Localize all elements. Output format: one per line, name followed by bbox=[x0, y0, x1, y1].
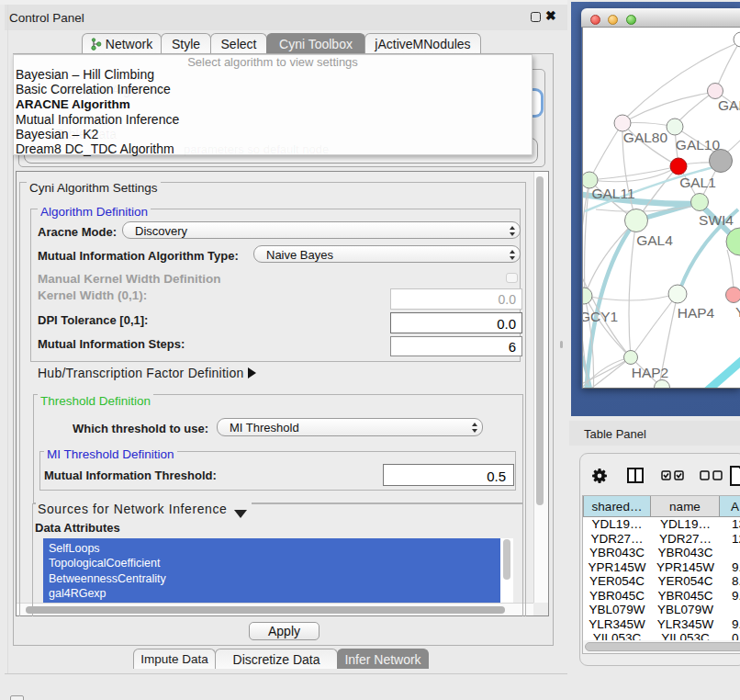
svg-text:YDR: YDR bbox=[735, 304, 740, 320]
svg-text:GAL1: GAL1 bbox=[679, 175, 716, 190]
svg-text:GAL4: GAL4 bbox=[636, 232, 673, 248]
svg-text:GAL80: GAL80 bbox=[623, 130, 668, 145]
svg-text:SWI4: SWI4 bbox=[699, 212, 734, 228]
svg-text:GCY1: GCY1 bbox=[583, 309, 618, 324]
svg-text:GAL10: GAL10 bbox=[676, 137, 721, 152]
svg-text:GAL11: GAL11 bbox=[591, 186, 634, 201]
svg-text:HAP4: HAP4 bbox=[678, 305, 715, 321]
svg-text:GAL3: GAL3 bbox=[718, 97, 740, 113]
svg-text:HAP2: HAP2 bbox=[632, 365, 669, 380]
